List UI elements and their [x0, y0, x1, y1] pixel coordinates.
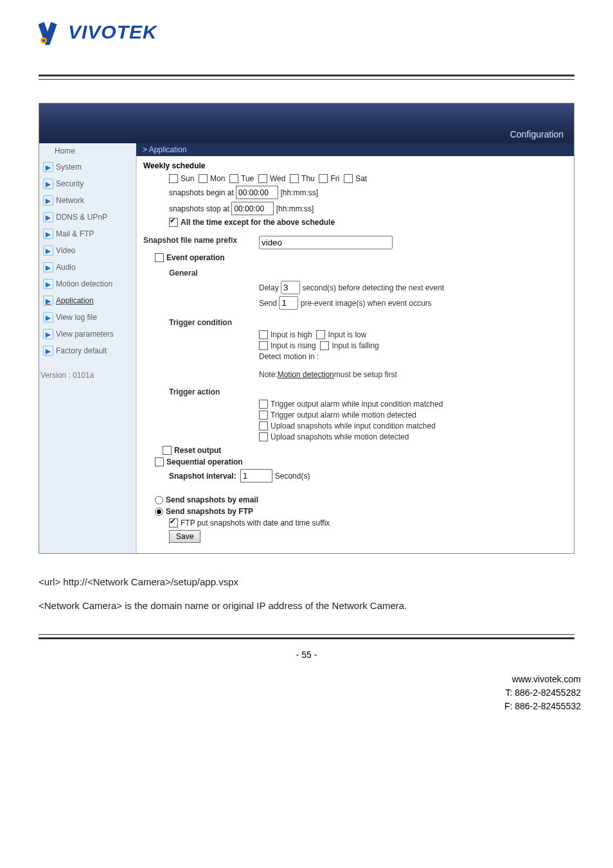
sidebar-item-application[interactable]: ▶ Application	[39, 292, 136, 309]
motion-detection-link[interactable]: Motion detection	[278, 370, 334, 379]
weekly-schedule-title: Weekly schedule	[143, 161, 567, 170]
arrow-right-icon: ▶	[43, 262, 53, 272]
day-sun-checkbox[interactable]	[169, 174, 178, 183]
snapshot-interval-input[interactable]	[240, 469, 272, 483]
ta3-checkbox[interactable]	[259, 432, 268, 441]
footer-fax: F: 886-2-82455532	[39, 700, 581, 713]
sidebar-item-label: Home	[55, 146, 75, 155]
input-falling-checkbox[interactable]	[320, 341, 329, 350]
brand-logo: VIVOTEK	[39, 0, 574, 51]
sidebar-item-network[interactable]: ▶ Network	[39, 192, 136, 209]
sidebar-item-security[interactable]: ▶ Security	[39, 175, 136, 192]
arrow-right-icon: ▶	[43, 195, 53, 206]
begin-label: snapshots begin at	[169, 188, 234, 197]
stop-time-input[interactable]	[231, 202, 274, 215]
sidebar-item-video[interactable]: ▶ Video	[39, 242, 136, 259]
all-time-checkbox[interactable]	[169, 218, 178, 227]
day-label: Sun	[181, 174, 194, 183]
sidebar-item-label: DDNS & UPnP	[56, 213, 107, 222]
footer-tel: T: 886-2-82455282	[39, 686, 581, 700]
send-ftp-radio[interactable]	[155, 508, 163, 516]
send-email-radio[interactable]	[155, 496, 163, 504]
footer-rule	[39, 634, 574, 639]
sidebar-item-label: Video	[56, 246, 75, 255]
content-area: > Application Weekly schedule Sun Mon Tu…	[136, 143, 574, 553]
prefix-input[interactable]	[259, 236, 393, 249]
ta2-checkbox[interactable]	[259, 421, 268, 430]
send-email-label: Send snapshots by email	[166, 495, 258, 504]
sidebar-item-factory-default[interactable]: ▶ Factory default	[39, 342, 136, 359]
reset-output-checkbox[interactable]	[163, 446, 172, 455]
svg-point-1	[42, 39, 45, 42]
weekly-days-row: Sun Mon Tue Wed Thu Fri Sat	[169, 174, 567, 183]
begin-time-input[interactable]	[236, 186, 278, 199]
snapshots-begin-row: snapshots begin at [hh:mm:ss]	[169, 186, 567, 199]
sidebar-item-label: Factory default	[56, 346, 107, 355]
arrow-right-icon: ▶	[43, 179, 53, 189]
sidebar-item-label: System	[56, 163, 82, 172]
event-operation-title: Event operation	[166, 253, 225, 262]
input-high-checkbox[interactable]	[259, 330, 268, 339]
sequential-operation-checkbox[interactable]	[155, 457, 164, 466]
general-label: General	[169, 269, 567, 278]
day-sat-checkbox[interactable]	[344, 174, 353, 183]
sequential-operation-title: Sequential operation	[166, 457, 243, 466]
day-label: Thu	[301, 174, 315, 183]
sidebar-item-motion-detection[interactable]: ▶ Motion detection	[39, 276, 136, 292]
configuration-title: Configuration	[510, 129, 564, 139]
send-input[interactable]	[279, 296, 298, 310]
arrow-right-icon: ▶	[43, 279, 53, 289]
delay-row: Delay second(s) before detecting the nex…	[259, 281, 567, 294]
sidebar: Home ▶ System ▶ Security ▶ Network ▶ DDN…	[39, 143, 136, 553]
prefix-label: Snapshot file name prefix	[143, 236, 259, 249]
arrow-right-icon: ▶	[43, 329, 53, 339]
sidebar-item-view-parameters[interactable]: ▶ View parameters	[39, 326, 136, 342]
ta1-label: Trigger output alarm while motion detect…	[271, 411, 416, 420]
arrow-right-icon: ▶	[43, 312, 53, 323]
configuration-titlebar: Configuration	[39, 103, 574, 143]
sidebar-item-label: Network	[56, 196, 84, 205]
arrow-right-icon: ▶	[43, 346, 53, 356]
event-operation-checkbox[interactable]	[155, 253, 164, 262]
day-fri-checkbox[interactable]	[319, 174, 328, 183]
url-line: <url> http://<Network Camera>/setup/app.…	[39, 573, 574, 592]
sidebar-item-view-log[interactable]: ▶ View log file	[39, 309, 136, 326]
day-thu-checkbox[interactable]	[290, 174, 299, 183]
day-label: Mon	[210, 174, 225, 183]
ta0-checkbox[interactable]	[259, 400, 268, 409]
sidebar-item-label: Mail & FTP	[56, 229, 94, 238]
ta1-checkbox[interactable]	[259, 411, 268, 420]
input-falling-label: Input is falling	[332, 341, 378, 350]
all-time-row: All the time except for the above schedu…	[169, 218, 567, 227]
sidebar-item-ddns-upnp[interactable]: ▶ DDNS & UPnP	[39, 209, 136, 226]
day-label: Fri	[330, 174, 339, 183]
day-label: Wed	[270, 174, 285, 183]
day-label: Tue	[241, 174, 254, 183]
sidebar-item-audio[interactable]: ▶ Audio	[39, 259, 136, 276]
day-tue-checkbox[interactable]	[229, 174, 238, 183]
time-hint: [hh:mm:ss]	[280, 188, 318, 197]
reset-output-label: Reset output	[174, 446, 221, 455]
sidebar-item-system[interactable]: ▶ System	[39, 159, 136, 175]
all-time-label: All the time except for the above schedu…	[181, 218, 335, 227]
sidebar-item-mail-ftp[interactable]: ▶ Mail & FTP	[39, 226, 136, 242]
sidebar-item-label: Security	[56, 179, 84, 188]
footer-url: www.vivotek.com	[39, 673, 581, 686]
day-wed-checkbox[interactable]	[258, 174, 267, 183]
day-mon-checkbox[interactable]	[199, 174, 208, 183]
save-button[interactable]: Save	[169, 530, 200, 543]
delay-post: second(s) before detecting the next even…	[302, 283, 444, 292]
delay-pre: Delay	[259, 283, 279, 292]
delay-input[interactable]	[281, 281, 300, 294]
day-label: Sat	[355, 174, 367, 183]
sidebar-item-label: Application	[56, 296, 94, 305]
ftp-suffix-checkbox[interactable]	[169, 518, 178, 527]
input-low-checkbox[interactable]	[316, 330, 325, 339]
configuration-screenshot: Configuration Home ▶ System ▶ Security ▶…	[39, 103, 574, 554]
input-rising-checkbox[interactable]	[259, 341, 268, 350]
input-rising-label: Input is rising	[271, 341, 316, 350]
sidebar-home[interactable]: Home	[39, 143, 136, 159]
ta2-label: Upload snapshots while input condition m…	[271, 421, 436, 430]
detect-motion-label: Detect motion in :	[259, 352, 319, 361]
trigger-action-label: Trigger action	[169, 387, 567, 396]
